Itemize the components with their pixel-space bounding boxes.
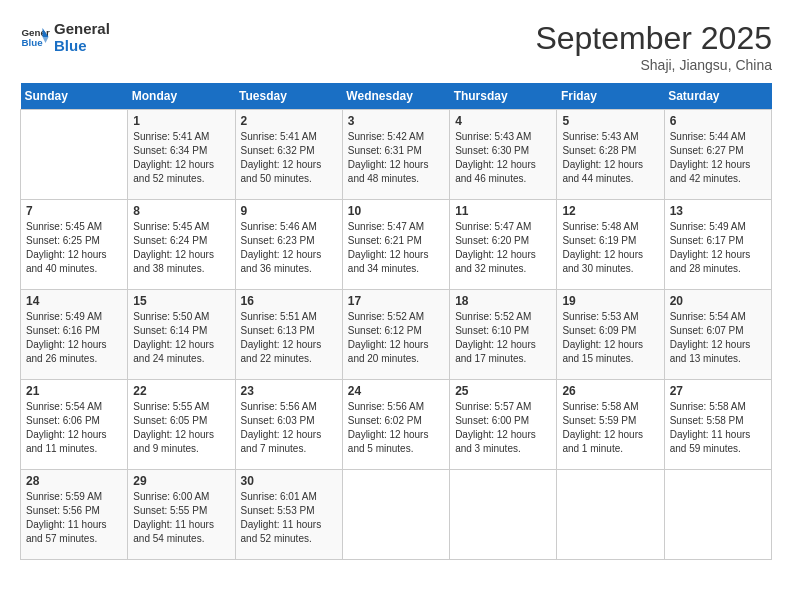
day-info: Sunrise: 5:55 AM Sunset: 6:05 PM Dayligh… bbox=[133, 400, 229, 456]
calendar-cell: 27Sunrise: 5:58 AM Sunset: 5:58 PM Dayli… bbox=[664, 380, 771, 470]
day-number: 8 bbox=[133, 204, 229, 218]
weekday-header: Friday bbox=[557, 83, 664, 110]
day-number: 5 bbox=[562, 114, 658, 128]
calendar-cell: 4Sunrise: 5:43 AM Sunset: 6:30 PM Daylig… bbox=[450, 110, 557, 200]
day-number: 13 bbox=[670, 204, 766, 218]
day-info: Sunrise: 5:43 AM Sunset: 6:30 PM Dayligh… bbox=[455, 130, 551, 186]
calendar-cell: 2Sunrise: 5:41 AM Sunset: 6:32 PM Daylig… bbox=[235, 110, 342, 200]
day-info: Sunrise: 5:41 AM Sunset: 6:34 PM Dayligh… bbox=[133, 130, 229, 186]
logo-icon: General Blue bbox=[20, 22, 50, 52]
calendar-cell bbox=[342, 470, 449, 560]
day-info: Sunrise: 6:00 AM Sunset: 5:55 PM Dayligh… bbox=[133, 490, 229, 546]
calendar-week-row: 28Sunrise: 5:59 AM Sunset: 5:56 PM Dayli… bbox=[21, 470, 772, 560]
day-info: Sunrise: 5:51 AM Sunset: 6:13 PM Dayligh… bbox=[241, 310, 337, 366]
day-info: Sunrise: 5:56 AM Sunset: 6:03 PM Dayligh… bbox=[241, 400, 337, 456]
calendar-cell: 16Sunrise: 5:51 AM Sunset: 6:13 PM Dayli… bbox=[235, 290, 342, 380]
day-number: 18 bbox=[455, 294, 551, 308]
day-info: Sunrise: 5:44 AM Sunset: 6:27 PM Dayligh… bbox=[670, 130, 766, 186]
day-info: Sunrise: 5:46 AM Sunset: 6:23 PM Dayligh… bbox=[241, 220, 337, 276]
day-info: Sunrise: 5:50 AM Sunset: 6:14 PM Dayligh… bbox=[133, 310, 229, 366]
day-info: Sunrise: 5:58 AM Sunset: 5:58 PM Dayligh… bbox=[670, 400, 766, 456]
day-number: 25 bbox=[455, 384, 551, 398]
day-number: 27 bbox=[670, 384, 766, 398]
day-info: Sunrise: 5:56 AM Sunset: 6:02 PM Dayligh… bbox=[348, 400, 444, 456]
day-number: 22 bbox=[133, 384, 229, 398]
calendar-cell bbox=[664, 470, 771, 560]
day-info: Sunrise: 5:45 AM Sunset: 6:25 PM Dayligh… bbox=[26, 220, 122, 276]
calendar-cell: 25Sunrise: 5:57 AM Sunset: 6:00 PM Dayli… bbox=[450, 380, 557, 470]
day-number: 7 bbox=[26, 204, 122, 218]
day-number: 24 bbox=[348, 384, 444, 398]
day-number: 29 bbox=[133, 474, 229, 488]
logo: General Blue General Blue bbox=[20, 20, 110, 54]
day-number: 3 bbox=[348, 114, 444, 128]
calendar-cell: 7Sunrise: 5:45 AM Sunset: 6:25 PM Daylig… bbox=[21, 200, 128, 290]
logo-general-text: General bbox=[54, 20, 110, 37]
day-number: 4 bbox=[455, 114, 551, 128]
day-number: 14 bbox=[26, 294, 122, 308]
title-block: September 2025 Shaji, Jiangsu, China bbox=[535, 20, 772, 73]
day-number: 26 bbox=[562, 384, 658, 398]
calendar-table: SundayMondayTuesdayWednesdayThursdayFrid… bbox=[20, 83, 772, 560]
day-number: 12 bbox=[562, 204, 658, 218]
day-number: 1 bbox=[133, 114, 229, 128]
calendar-cell: 13Sunrise: 5:49 AM Sunset: 6:17 PM Dayli… bbox=[664, 200, 771, 290]
calendar-cell: 8Sunrise: 5:45 AM Sunset: 6:24 PM Daylig… bbox=[128, 200, 235, 290]
calendar-week-row: 1Sunrise: 5:41 AM Sunset: 6:34 PM Daylig… bbox=[21, 110, 772, 200]
day-info: Sunrise: 5:54 AM Sunset: 6:07 PM Dayligh… bbox=[670, 310, 766, 366]
day-info: Sunrise: 5:57 AM Sunset: 6:00 PM Dayligh… bbox=[455, 400, 551, 456]
day-info: Sunrise: 5:54 AM Sunset: 6:06 PM Dayligh… bbox=[26, 400, 122, 456]
day-info: Sunrise: 5:45 AM Sunset: 6:24 PM Dayligh… bbox=[133, 220, 229, 276]
calendar-week-row: 14Sunrise: 5:49 AM Sunset: 6:16 PM Dayli… bbox=[21, 290, 772, 380]
logo-blue-text: Blue bbox=[54, 37, 110, 54]
weekday-header: Saturday bbox=[664, 83, 771, 110]
day-number: 19 bbox=[562, 294, 658, 308]
day-number: 23 bbox=[241, 384, 337, 398]
day-info: Sunrise: 5:47 AM Sunset: 6:21 PM Dayligh… bbox=[348, 220, 444, 276]
day-info: Sunrise: 5:52 AM Sunset: 6:12 PM Dayligh… bbox=[348, 310, 444, 366]
calendar-cell: 30Sunrise: 6:01 AM Sunset: 5:53 PM Dayli… bbox=[235, 470, 342, 560]
day-info: Sunrise: 5:41 AM Sunset: 6:32 PM Dayligh… bbox=[241, 130, 337, 186]
svg-marker-3 bbox=[43, 37, 49, 43]
weekday-header: Monday bbox=[128, 83, 235, 110]
calendar-cell: 1Sunrise: 5:41 AM Sunset: 6:34 PM Daylig… bbox=[128, 110, 235, 200]
weekday-header: Tuesday bbox=[235, 83, 342, 110]
calendar-cell: 22Sunrise: 5:55 AM Sunset: 6:05 PM Dayli… bbox=[128, 380, 235, 470]
month-title: September 2025 bbox=[535, 20, 772, 57]
calendar-cell: 29Sunrise: 6:00 AM Sunset: 5:55 PM Dayli… bbox=[128, 470, 235, 560]
day-info: Sunrise: 5:49 AM Sunset: 6:17 PM Dayligh… bbox=[670, 220, 766, 276]
calendar-cell bbox=[21, 110, 128, 200]
day-number: 11 bbox=[455, 204, 551, 218]
calendar-cell: 20Sunrise: 5:54 AM Sunset: 6:07 PM Dayli… bbox=[664, 290, 771, 380]
day-info: Sunrise: 5:47 AM Sunset: 6:20 PM Dayligh… bbox=[455, 220, 551, 276]
day-number: 16 bbox=[241, 294, 337, 308]
weekday-header: Thursday bbox=[450, 83, 557, 110]
calendar-cell bbox=[557, 470, 664, 560]
calendar-cell: 10Sunrise: 5:47 AM Sunset: 6:21 PM Dayli… bbox=[342, 200, 449, 290]
day-info: Sunrise: 5:53 AM Sunset: 6:09 PM Dayligh… bbox=[562, 310, 658, 366]
day-number: 9 bbox=[241, 204, 337, 218]
location-subtitle: Shaji, Jiangsu, China bbox=[535, 57, 772, 73]
calendar-cell: 28Sunrise: 5:59 AM Sunset: 5:56 PM Dayli… bbox=[21, 470, 128, 560]
calendar-cell: 24Sunrise: 5:56 AM Sunset: 6:02 PM Dayli… bbox=[342, 380, 449, 470]
calendar-week-row: 7Sunrise: 5:45 AM Sunset: 6:25 PM Daylig… bbox=[21, 200, 772, 290]
calendar-cell: 19Sunrise: 5:53 AM Sunset: 6:09 PM Dayli… bbox=[557, 290, 664, 380]
day-info: Sunrise: 6:01 AM Sunset: 5:53 PM Dayligh… bbox=[241, 490, 337, 546]
day-number: 20 bbox=[670, 294, 766, 308]
day-info: Sunrise: 5:42 AM Sunset: 6:31 PM Dayligh… bbox=[348, 130, 444, 186]
day-number: 2 bbox=[241, 114, 337, 128]
calendar-cell: 21Sunrise: 5:54 AM Sunset: 6:06 PM Dayli… bbox=[21, 380, 128, 470]
day-info: Sunrise: 5:49 AM Sunset: 6:16 PM Dayligh… bbox=[26, 310, 122, 366]
day-number: 10 bbox=[348, 204, 444, 218]
calendar-cell: 12Sunrise: 5:48 AM Sunset: 6:19 PM Dayli… bbox=[557, 200, 664, 290]
calendar-cell: 15Sunrise: 5:50 AM Sunset: 6:14 PM Dayli… bbox=[128, 290, 235, 380]
calendar-cell: 17Sunrise: 5:52 AM Sunset: 6:12 PM Dayli… bbox=[342, 290, 449, 380]
calendar-cell: 3Sunrise: 5:42 AM Sunset: 6:31 PM Daylig… bbox=[342, 110, 449, 200]
day-info: Sunrise: 5:59 AM Sunset: 5:56 PM Dayligh… bbox=[26, 490, 122, 546]
weekday-header: Sunday bbox=[21, 83, 128, 110]
day-info: Sunrise: 5:52 AM Sunset: 6:10 PM Dayligh… bbox=[455, 310, 551, 366]
day-number: 6 bbox=[670, 114, 766, 128]
day-number: 17 bbox=[348, 294, 444, 308]
weekday-header: Wednesday bbox=[342, 83, 449, 110]
day-info: Sunrise: 5:43 AM Sunset: 6:28 PM Dayligh… bbox=[562, 130, 658, 186]
